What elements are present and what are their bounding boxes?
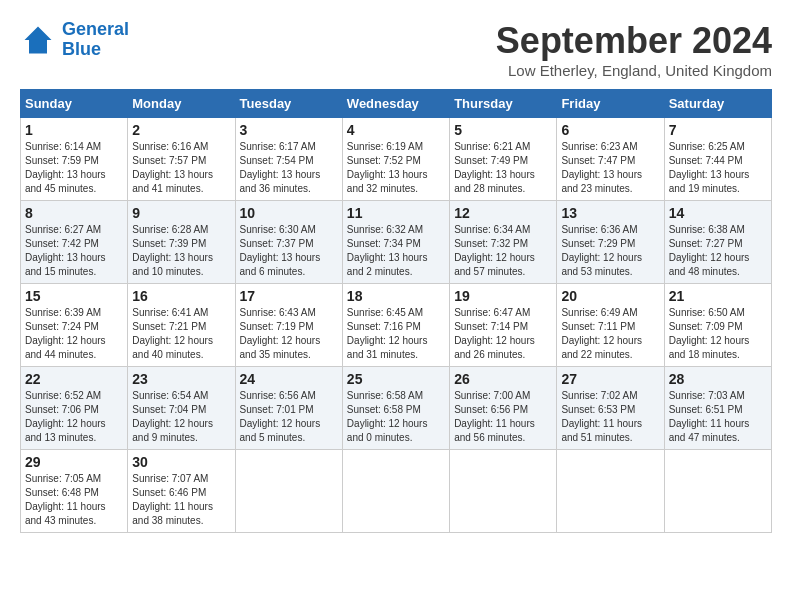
day-cell: 12Sunrise: 6:34 AMSunset: 7:32 PMDayligh… bbox=[450, 201, 557, 284]
logo: General Blue bbox=[20, 20, 129, 60]
day-number: 8 bbox=[25, 205, 123, 221]
calendar-subtitle: Low Etherley, England, United Kingdom bbox=[496, 62, 772, 79]
day-cell: 23Sunrise: 6:54 AMSunset: 7:04 PMDayligh… bbox=[128, 367, 235, 450]
day-info: Sunrise: 6:36 AMSunset: 7:29 PMDaylight:… bbox=[561, 223, 659, 279]
day-cell: 7Sunrise: 6:25 AMSunset: 7:44 PMDaylight… bbox=[664, 118, 771, 201]
day-cell: 26Sunrise: 7:00 AMSunset: 6:56 PMDayligh… bbox=[450, 367, 557, 450]
day-cell: 24Sunrise: 6:56 AMSunset: 7:01 PMDayligh… bbox=[235, 367, 342, 450]
day-cell: 28Sunrise: 7:03 AMSunset: 6:51 PMDayligh… bbox=[664, 367, 771, 450]
week-row-3: 15Sunrise: 6:39 AMSunset: 7:24 PMDayligh… bbox=[21, 284, 772, 367]
day-cell: 20Sunrise: 6:49 AMSunset: 7:11 PMDayligh… bbox=[557, 284, 664, 367]
day-cell: 2Sunrise: 6:16 AMSunset: 7:57 PMDaylight… bbox=[128, 118, 235, 201]
day-number: 3 bbox=[240, 122, 338, 138]
title-block: September 2024 Low Etherley, England, Un… bbox=[496, 20, 772, 79]
day-number: 19 bbox=[454, 288, 552, 304]
day-header-wednesday: Wednesday bbox=[342, 90, 449, 118]
day-cell: 16Sunrise: 6:41 AMSunset: 7:21 PMDayligh… bbox=[128, 284, 235, 367]
day-header-thursday: Thursday bbox=[450, 90, 557, 118]
page-header: General Blue September 2024 Low Etherley… bbox=[20, 20, 772, 79]
day-info: Sunrise: 6:19 AMSunset: 7:52 PMDaylight:… bbox=[347, 140, 445, 196]
day-info: Sunrise: 7:07 AMSunset: 6:46 PMDaylight:… bbox=[132, 472, 230, 528]
day-number: 30 bbox=[132, 454, 230, 470]
day-number: 12 bbox=[454, 205, 552, 221]
day-info: Sunrise: 6:34 AMSunset: 7:32 PMDaylight:… bbox=[454, 223, 552, 279]
day-info: Sunrise: 7:02 AMSunset: 6:53 PMDaylight:… bbox=[561, 389, 659, 445]
day-number: 18 bbox=[347, 288, 445, 304]
day-cell: 22Sunrise: 6:52 AMSunset: 7:06 PMDayligh… bbox=[21, 367, 128, 450]
day-info: Sunrise: 6:32 AMSunset: 7:34 PMDaylight:… bbox=[347, 223, 445, 279]
calendar-header: SundayMondayTuesdayWednesdayThursdayFrid… bbox=[21, 90, 772, 118]
day-info: Sunrise: 6:54 AMSunset: 7:04 PMDaylight:… bbox=[132, 389, 230, 445]
day-cell: 29Sunrise: 7:05 AMSunset: 6:48 PMDayligh… bbox=[21, 450, 128, 533]
day-info: Sunrise: 6:23 AMSunset: 7:47 PMDaylight:… bbox=[561, 140, 659, 196]
day-cell: 10Sunrise: 6:30 AMSunset: 7:37 PMDayligh… bbox=[235, 201, 342, 284]
day-cell bbox=[342, 450, 449, 533]
day-number: 20 bbox=[561, 288, 659, 304]
day-cell: 15Sunrise: 6:39 AMSunset: 7:24 PMDayligh… bbox=[21, 284, 128, 367]
day-cell: 1Sunrise: 6:14 AMSunset: 7:59 PMDaylight… bbox=[21, 118, 128, 201]
day-number: 15 bbox=[25, 288, 123, 304]
day-cell: 4Sunrise: 6:19 AMSunset: 7:52 PMDaylight… bbox=[342, 118, 449, 201]
day-number: 25 bbox=[347, 371, 445, 387]
day-number: 23 bbox=[132, 371, 230, 387]
day-info: Sunrise: 6:17 AMSunset: 7:54 PMDaylight:… bbox=[240, 140, 338, 196]
day-header-saturday: Saturday bbox=[664, 90, 771, 118]
day-info: Sunrise: 6:39 AMSunset: 7:24 PMDaylight:… bbox=[25, 306, 123, 362]
day-info: Sunrise: 6:58 AMSunset: 6:58 PMDaylight:… bbox=[347, 389, 445, 445]
day-number: 11 bbox=[347, 205, 445, 221]
week-row-2: 8Sunrise: 6:27 AMSunset: 7:42 PMDaylight… bbox=[21, 201, 772, 284]
day-number: 7 bbox=[669, 122, 767, 138]
day-cell: 13Sunrise: 6:36 AMSunset: 7:29 PMDayligh… bbox=[557, 201, 664, 284]
day-header-friday: Friday bbox=[557, 90, 664, 118]
day-info: Sunrise: 6:27 AMSunset: 7:42 PMDaylight:… bbox=[25, 223, 123, 279]
day-info: Sunrise: 6:52 AMSunset: 7:06 PMDaylight:… bbox=[25, 389, 123, 445]
svg-marker-0 bbox=[25, 26, 52, 53]
week-row-4: 22Sunrise: 6:52 AMSunset: 7:06 PMDayligh… bbox=[21, 367, 772, 450]
day-header-tuesday: Tuesday bbox=[235, 90, 342, 118]
day-number: 17 bbox=[240, 288, 338, 304]
day-info: Sunrise: 6:45 AMSunset: 7:16 PMDaylight:… bbox=[347, 306, 445, 362]
day-cell: 6Sunrise: 6:23 AMSunset: 7:47 PMDaylight… bbox=[557, 118, 664, 201]
day-cell bbox=[450, 450, 557, 533]
day-number: 6 bbox=[561, 122, 659, 138]
day-info: Sunrise: 6:50 AMSunset: 7:09 PMDaylight:… bbox=[669, 306, 767, 362]
day-cell: 8Sunrise: 6:27 AMSunset: 7:42 PMDaylight… bbox=[21, 201, 128, 284]
week-row-5: 29Sunrise: 7:05 AMSunset: 6:48 PMDayligh… bbox=[21, 450, 772, 533]
day-number: 5 bbox=[454, 122, 552, 138]
day-info: Sunrise: 7:05 AMSunset: 6:48 PMDaylight:… bbox=[25, 472, 123, 528]
day-cell: 17Sunrise: 6:43 AMSunset: 7:19 PMDayligh… bbox=[235, 284, 342, 367]
day-header-monday: Monday bbox=[128, 90, 235, 118]
day-number: 22 bbox=[25, 371, 123, 387]
day-number: 14 bbox=[669, 205, 767, 221]
day-info: Sunrise: 6:30 AMSunset: 7:37 PMDaylight:… bbox=[240, 223, 338, 279]
day-info: Sunrise: 6:38 AMSunset: 7:27 PMDaylight:… bbox=[669, 223, 767, 279]
day-cell: 30Sunrise: 7:07 AMSunset: 6:46 PMDayligh… bbox=[128, 450, 235, 533]
day-info: Sunrise: 6:16 AMSunset: 7:57 PMDaylight:… bbox=[132, 140, 230, 196]
day-cell: 14Sunrise: 6:38 AMSunset: 7:27 PMDayligh… bbox=[664, 201, 771, 284]
day-info: Sunrise: 6:56 AMSunset: 7:01 PMDaylight:… bbox=[240, 389, 338, 445]
day-number: 9 bbox=[132, 205, 230, 221]
day-info: Sunrise: 7:03 AMSunset: 6:51 PMDaylight:… bbox=[669, 389, 767, 445]
day-info: Sunrise: 6:14 AMSunset: 7:59 PMDaylight:… bbox=[25, 140, 123, 196]
day-cell bbox=[664, 450, 771, 533]
day-number: 28 bbox=[669, 371, 767, 387]
day-cell: 19Sunrise: 6:47 AMSunset: 7:14 PMDayligh… bbox=[450, 284, 557, 367]
day-cell: 25Sunrise: 6:58 AMSunset: 6:58 PMDayligh… bbox=[342, 367, 449, 450]
day-info: Sunrise: 6:28 AMSunset: 7:39 PMDaylight:… bbox=[132, 223, 230, 279]
day-cell bbox=[557, 450, 664, 533]
day-cell: 18Sunrise: 6:45 AMSunset: 7:16 PMDayligh… bbox=[342, 284, 449, 367]
day-info: Sunrise: 7:00 AMSunset: 6:56 PMDaylight:… bbox=[454, 389, 552, 445]
day-info: Sunrise: 6:43 AMSunset: 7:19 PMDaylight:… bbox=[240, 306, 338, 362]
day-number: 13 bbox=[561, 205, 659, 221]
calendar-title: September 2024 bbox=[496, 20, 772, 62]
day-header-sunday: Sunday bbox=[21, 90, 128, 118]
day-cell: 21Sunrise: 6:50 AMSunset: 7:09 PMDayligh… bbox=[664, 284, 771, 367]
day-cell: 3Sunrise: 6:17 AMSunset: 7:54 PMDaylight… bbox=[235, 118, 342, 201]
day-number: 10 bbox=[240, 205, 338, 221]
day-cell: 9Sunrise: 6:28 AMSunset: 7:39 PMDaylight… bbox=[128, 201, 235, 284]
day-number: 16 bbox=[132, 288, 230, 304]
day-number: 26 bbox=[454, 371, 552, 387]
day-info: Sunrise: 6:49 AMSunset: 7:11 PMDaylight:… bbox=[561, 306, 659, 362]
logo-text: General Blue bbox=[62, 20, 129, 60]
day-number: 2 bbox=[132, 122, 230, 138]
